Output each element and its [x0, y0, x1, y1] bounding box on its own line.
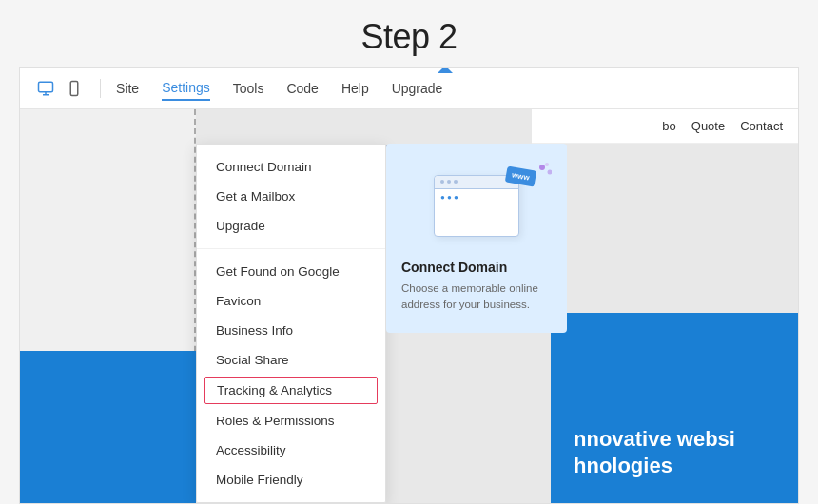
dropdown-tracking[interactable]: Tracking & Analytics [204, 377, 378, 404]
svg-point-5 [539, 165, 545, 170]
browser-content-dots: ● ● ● [435, 189, 518, 205]
top-nav: Site Settings Tools Code Help Upgrade [20, 68, 798, 109]
nav-tools[interactable]: Tools [233, 77, 264, 100]
dropdown-favicon[interactable]: Favicon [197, 286, 385, 316]
preview-nav-item-contact[interactable]: Contact [740, 119, 783, 133]
browser-dot-3 [454, 180, 458, 184]
dropdown-connect-domain[interactable]: Connect Domain [197, 152, 385, 182]
preview-nav-item-bo[interactable]: bo [662, 119, 675, 133]
dropdown-roles[interactable]: Roles & Permissions [197, 406, 385, 436]
mobile-icon[interactable] [64, 78, 85, 99]
svg-point-6 [548, 170, 553, 175]
connect-domain-panel: ● ● ● www Connect Domain Choose a memora… [386, 144, 567, 333]
dropdown-section-2: Get Found on Google Favicon Business Inf… [197, 249, 385, 502]
blue-headline-1: nnovative websi hnologies [574, 426, 775, 480]
nav-help[interactable]: Help [341, 77, 369, 100]
browser-dot-1 [440, 180, 444, 184]
nav-divider [100, 79, 101, 98]
dropdown-business-info[interactable]: Business Info [197, 316, 385, 345]
device-icons [35, 78, 85, 99]
browser-dot-2 [447, 180, 451, 184]
dropdown-google[interactable]: Get Found on Google [197, 257, 385, 286]
dropdown-menu: Connect Domain Get a Mailbox Upgrade Get… [196, 144, 386, 503]
svg-rect-0 [39, 82, 53, 92]
page-title-area: Step 2 [0, 0, 818, 67]
indicator-arrow [438, 67, 453, 73]
nav-items: Site Settings Tools Code Help Upgrade [116, 76, 442, 101]
nav-upgrade[interactable]: Upgrade [392, 77, 443, 100]
panel-description: Choose a memorable online address for yo… [401, 281, 552, 314]
svg-rect-3 [70, 81, 78, 95]
preview-nav-item-quote[interactable]: Quote [691, 119, 725, 133]
dropdown-social-share[interactable]: Social Share [197, 345, 385, 375]
page-title: Step 2 [0, 17, 818, 57]
dropdown-section-1: Connect Domain Get a Mailbox Upgrade [197, 145, 385, 249]
dropdown-mailbox[interactable]: Get a Mailbox [197, 182, 385, 211]
preview-nav: bo Quote Contact [532, 109, 798, 144]
nav-code[interactable]: Code [286, 77, 318, 100]
panel-illustration: ● ● ● www [401, 163, 552, 248]
nav-site[interactable]: Site [116, 77, 139, 100]
dropdown-accessibility[interactable]: Accessibility [197, 436, 385, 465]
panel-connect-title: Connect Domain [401, 260, 552, 275]
browser-window: ● ● ● www [434, 175, 519, 237]
dropdown-mobile[interactable]: Mobile Friendly [197, 465, 385, 494]
desktop-icon[interactable] [35, 78, 56, 99]
blue-block-left [20, 351, 196, 503]
editor-area: Site Settings Tools Code Help Upgrade bo… [19, 67, 799, 504]
dropdown-upgrade[interactable]: Upgrade [197, 211, 385, 241]
blue-block-right: nnovative websi hnologies [551, 313, 798, 503]
editor-body: bo Quote Contact Cow nnovative websi hno… [20, 109, 798, 503]
svg-point-7 [545, 163, 549, 166]
nav-settings[interactable]: Settings [162, 76, 210, 101]
